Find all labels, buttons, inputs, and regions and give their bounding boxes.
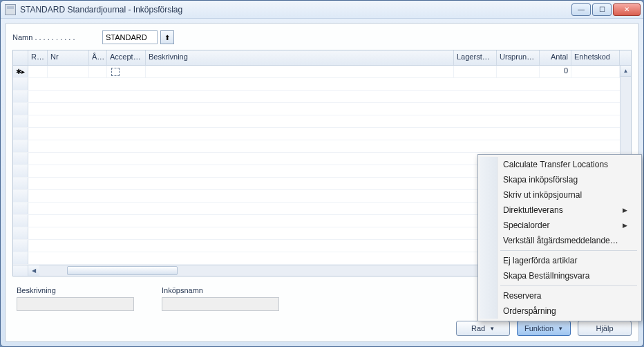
menu-item[interactable]: Orderspårning: [480, 303, 640, 319]
window-frame: STANDARD Standardjournal - Inköpsförslag…: [0, 0, 644, 347]
menu-item-label: Verkställ åtgärdsmeddelande…: [503, 236, 618, 245]
funktion-menu: Calculate Transfer LocationsSkapa inköps…: [477, 154, 642, 321]
beskrivning-value: [17, 297, 134, 311]
col-header-beskrivning[interactable]: Beskrivning: [146, 50, 454, 65]
row-indicator-icon: ✱▸: [16, 68, 25, 75]
inkopsnamn-value: [162, 297, 279, 311]
hjalp-button-label: Hjälp: [596, 324, 613, 332]
menu-item-label: Orderspårning: [503, 306, 556, 316]
col-header-ursprungl[interactable]: Ursprungl…: [497, 50, 540, 65]
menu-item[interactable]: Skriv ut inköpsjournal: [480, 187, 640, 203]
hscroll-left-pad: [13, 265, 28, 276]
menu-item-label: Skapa Beställningsvara: [503, 271, 589, 281]
cell-nr[interactable]: [48, 66, 89, 77]
menu-item-label: Skapa inköpsförslag: [503, 175, 578, 185]
menu-item[interactable]: Skapa Beställningsvara: [480, 268, 640, 283]
grid-header: R… Nr Å… Accepter… Beskrivning Lagerstäl…: [13, 50, 631, 66]
table-row[interactable]: ✱▸ 0: [13, 66, 620, 78]
menu-item[interactable]: Calculate Transfer Locations: [480, 157, 640, 172]
beskrivning-field: Beskrivning: [17, 286, 134, 311]
funktion-button-label: Funktion: [524, 324, 553, 332]
grid-corner[interactable]: [13, 50, 28, 65]
cell-r[interactable]: [28, 66, 48, 77]
inkopsnamn-label: Inköpsnamn: [162, 286, 279, 294]
titlebar[interactable]: STANDARD Standardjournal - Inköpsförslag…: [1, 1, 643, 19]
cell-beskrivning[interactable]: [146, 66, 454, 77]
menu-item[interactable]: Verkställ åtgärdsmeddelande…: [480, 233, 640, 248]
rad-button-label: Rad: [471, 324, 485, 332]
cell-antal[interactable]: 0: [540, 66, 571, 77]
col-header-lagerstall[interactable]: Lagerställ…: [454, 50, 497, 65]
menu-item[interactable]: Reservera: [480, 288, 640, 303]
chevron-down-icon: ▼: [558, 326, 563, 332]
lookup-up-icon: ⬆: [164, 34, 170, 41]
namn-input[interactable]: [102, 30, 158, 44]
menu-item-label: Skriv ut inköpsjournal: [503, 190, 582, 200]
menu-item[interactable]: Ej lagerförda artiklar: [480, 253, 640, 268]
col-header-antal[interactable]: Antal: [540, 50, 571, 65]
menu-item-label: Direktutleverans: [503, 205, 563, 215]
row-handle[interactable]: ✱▸: [13, 66, 28, 77]
maximize-button[interactable]: ☐: [592, 3, 612, 16]
namn-label: Namn . . . . . . . . . .: [12, 33, 102, 41]
close-button[interactable]: ✕: [613, 3, 641, 16]
app-icon: [5, 4, 16, 15]
minimize-button[interactable]: —: [571, 3, 591, 16]
menu-item[interactable]: Direktutleverans▶: [480, 203, 640, 218]
namn-row: Namn . . . . . . . . . . ⬆: [12, 30, 632, 44]
hscroll-thumb[interactable]: [67, 266, 178, 275]
grid-header-scroll-gap: [620, 50, 631, 65]
rad-button[interactable]: Rad ▼: [456, 321, 510, 336]
menu-item-label: Ej lagerförda artiklar: [503, 256, 577, 265]
chevron-right-icon: ▶: [623, 222, 627, 229]
col-header-nr[interactable]: Nr: [48, 50, 89, 65]
col-header-a[interactable]: Å…: [89, 50, 107, 65]
cell-lagerstall[interactable]: [454, 66, 497, 77]
col-header-r[interactable]: R…: [28, 50, 48, 65]
chevron-right-icon: ▶: [623, 207, 627, 214]
scroll-up-icon[interactable]: ▲: [621, 66, 631, 77]
menu-item-label: Specialorder: [503, 221, 549, 230]
accepter-checkbox[interactable]: [111, 68, 120, 76]
funktion-button[interactable]: Funktion ▼: [517, 321, 571, 336]
menu-separator: [500, 285, 637, 286]
namn-lookup-button[interactable]: ⬆: [160, 30, 174, 44]
menu-separator: [500, 250, 637, 251]
scroll-left-icon[interactable]: ◀: [28, 265, 39, 276]
menu-item[interactable]: Specialorder▶: [480, 218, 640, 233]
window-title: STANDARD Standardjournal - Inköpsförslag: [20, 5, 571, 15]
cell-accepter[interactable]: [107, 66, 146, 77]
hjalp-button[interactable]: Hjälp: [578, 321, 632, 336]
cell-a[interactable]: [89, 66, 107, 77]
beskrivning-label: Beskrivning: [17, 286, 134, 294]
cell-ursprungl[interactable]: [497, 66, 540, 77]
menu-item-label: Calculate Transfer Locations: [503, 160, 608, 169]
cell-enhetskod[interactable]: [571, 66, 620, 77]
col-header-enhetskod[interactable]: Enhetskod: [571, 50, 620, 65]
inkopsnamn-field: Inköpsnamn: [162, 286, 279, 311]
col-header-accepter[interactable]: Accepter…: [107, 50, 146, 65]
window-controls: — ☐ ✕: [571, 3, 641, 16]
menu-item[interactable]: Skapa inköpsförslag: [480, 172, 640, 187]
chevron-down-icon: ▼: [489, 326, 495, 332]
menu-item-label: Reservera: [503, 291, 541, 301]
action-buttons: Rad ▼ Funktion ▼ Hjälp: [12, 321, 632, 336]
